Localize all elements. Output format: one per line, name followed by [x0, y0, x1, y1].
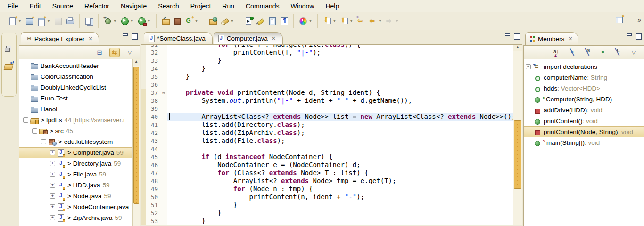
code-text[interactable]: for (File f : hdd.get(File.class)) { [167, 45, 513, 49]
highlight-button[interactable] [255, 16, 266, 26]
expander-icon[interactable]: + [50, 183, 55, 188]
line-number[interactable]: 32 [146, 49, 160, 57]
sort-button[interactable] [553, 48, 563, 57]
code-text[interactable]: NodeContainer e = (NodeContainer) d; [167, 161, 513, 169]
maximize-icon[interactable] [514, 33, 520, 38]
prev-annotation-button[interactable]: ▼ [338, 16, 355, 26]
minimize-icon[interactable] [504, 33, 510, 38]
open-perspective-button[interactable] [613, 14, 625, 25]
expander-icon[interactable]: + [50, 204, 55, 209]
code-text[interactable]: } [167, 209, 513, 217]
members-item[interactable]: cComputer(String, HDD) [524, 94, 644, 105]
members-item[interactable]: printContent(Node, String) : void [524, 126, 644, 137]
tab-someclass[interactable]: *SomeClass.java [144, 32, 213, 44]
members-item[interactable]: computerName : String [524, 72, 644, 83]
line-number[interactable]: 53 [146, 217, 160, 225]
line-number[interactable]: 48 [146, 177, 160, 185]
expander-icon[interactable]: + [50, 150, 55, 155]
expander-icon[interactable]: + [526, 64, 531, 69]
line-number[interactable]: 49 [146, 185, 160, 193]
line-number[interactable]: 46 [146, 161, 160, 169]
tree-item[interactable]: BankAccountReader [19, 60, 132, 71]
menu-refactor[interactable]: Refactor [79, 1, 115, 11]
line-number[interactable]: 47 [146, 169, 160, 177]
hide-static-button[interactable] [583, 48, 594, 57]
line-number[interactable]: 51 [146, 201, 160, 209]
line-number[interactable]: 41 [146, 121, 160, 129]
close-icon[interactable]: ✕ [89, 36, 93, 42]
tree-item[interactable]: -> IpdFs44 [https://svnserver.i [19, 115, 132, 126]
code-text[interactable] [167, 81, 513, 89]
menu-navigate[interactable]: Navigate [115, 1, 152, 11]
maximize-icon[interactable] [132, 33, 137, 38]
show-whitespace-button[interactable] [278, 16, 290, 26]
tree-item[interactable]: +> ZipArchiv.java59 [19, 212, 132, 223]
members-item[interactable]: hdds : Vector<HDD> [524, 83, 644, 94]
code-text[interactable]: } [167, 201, 513, 209]
code-text[interactable]: for (Node n : tmp) { [167, 185, 513, 193]
back-button[interactable]: ▼ [367, 16, 384, 26]
search-button[interactable]: ▼ [219, 16, 236, 26]
editor-scrollbar[interactable]: ▲ [513, 45, 522, 225]
scroll-up-icon[interactable]: ▲ [513, 45, 522, 51]
tree-item[interactable]: +> Computer.java59 [19, 147, 132, 158]
explorer-scrollbar[interactable]: ▲ [132, 59, 140, 226]
view-menu-button[interactable]: ▽ [124, 48, 135, 57]
line-number[interactable]: 50 [146, 193, 160, 201]
compare-button[interactable] [83, 16, 95, 26]
line-number[interactable]: 44 [146, 145, 160, 153]
code-text[interactable]: for (Class<? extends Node> T : list) { [167, 169, 513, 177]
code-text[interactable]: list.add(Directory.class); [167, 121, 513, 129]
tree-item[interactable]: DoublyLinkedCyclicList [19, 82, 132, 93]
tree-item[interactable]: Hanoi [19, 104, 132, 115]
fold-marker[interactable]: ⊖ [160, 89, 167, 97]
menu-window[interactable]: Window [285, 1, 320, 11]
new-wizard-button[interactable]: ▼ [7, 16, 24, 26]
expander-icon[interactable]: - [41, 139, 46, 144]
restore-view-button[interactable] [4, 45, 14, 54]
menu-search[interactable]: Search [152, 1, 184, 11]
tab-computer[interactable]: Computer.java ✕ [214, 32, 283, 44]
line-number[interactable]: 36 [146, 81, 160, 89]
code-text[interactable]: ArrayList<Class<? extends Node>> list = … [167, 113, 513, 121]
refresh-button[interactable]: ▼ [183, 16, 200, 26]
view-menu-button[interactable]: ▽ [628, 48, 639, 57]
debug-button[interactable]: ▼ [102, 16, 119, 26]
open-type-button[interactable] [207, 16, 219, 26]
code-text[interactable]: } [167, 65, 513, 73]
code-text[interactable]: private void printContent(Node d, String… [167, 89, 513, 97]
menu-project[interactable]: Project [185, 1, 217, 11]
close-icon[interactable]: ✕ [272, 35, 276, 42]
run-button[interactable]: ▼ [119, 16, 136, 26]
hide-fields-button[interactable] [568, 48, 578, 57]
annotation-ruler[interactable] [141, 45, 146, 225]
color-wheel-button[interactable]: ▼ [297, 16, 314, 26]
run-external-button[interactable]: ▼ [136, 16, 153, 26]
import-wizard-button[interactable] [160, 16, 172, 26]
last-edit-location-button[interactable] [355, 16, 367, 26]
fastview-handle[interactable] [4, 35, 14, 36]
tree-item[interactable]: -> edu.kit.filesystem [19, 136, 132, 147]
menu-edit[interactable]: Edit [24, 1, 47, 11]
expander-icon[interactable]: + [50, 215, 55, 220]
tree-item[interactable]: ColorClassification [19, 71, 132, 82]
code-text[interactable]: System.out.println("|-" + ident + " " + … [167, 97, 513, 105]
code-text[interactable]: printContent(n, ident + "-"); [167, 193, 513, 201]
new-window-button[interactable] [24, 16, 35, 26]
line-number[interactable]: 40 [146, 113, 160, 121]
show-public-button[interactable] [598, 48, 609, 57]
tree-item[interactable]: +> Node.java59 [19, 191, 132, 201]
maximize-icon[interactable] [636, 33, 641, 38]
minimized-view-button[interactable] [4, 61, 14, 70]
tree-item[interactable]: +> File.java59 [19, 169, 132, 180]
members-item[interactable]: addDrive(HDD) : void [524, 105, 644, 116]
members-item[interactable]: printContent() : void [524, 116, 644, 126]
menu-source[interactable]: Source [47, 1, 79, 11]
line-number[interactable]: 31 [146, 45, 160, 49]
close-icon[interactable]: ✕ [568, 36, 572, 42]
members-tab[interactable]: Members ✕ [525, 32, 578, 45]
line-number[interactable]: 42 [146, 129, 160, 137]
menu-file[interactable]: File [2, 1, 24, 11]
line-number[interactable]: 34 [146, 65, 160, 73]
code-text[interactable] [167, 145, 513, 153]
